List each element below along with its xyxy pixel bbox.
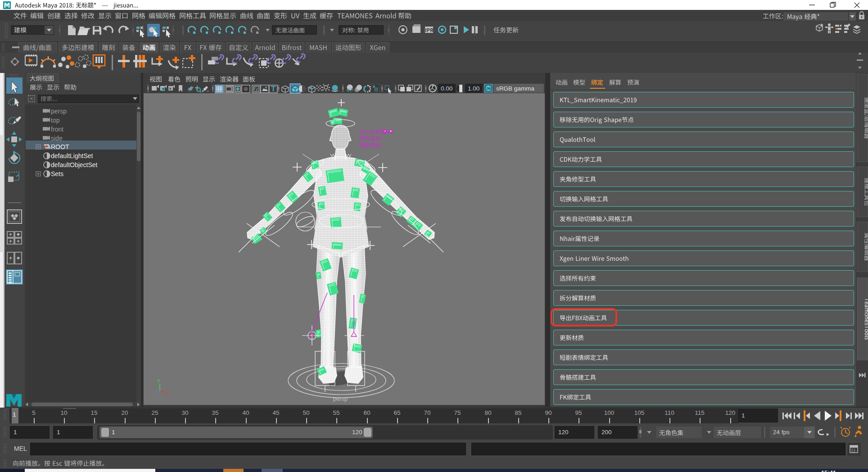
svg-text:y: y	[158, 378, 160, 383]
svg-text:x: x	[167, 391, 170, 396]
